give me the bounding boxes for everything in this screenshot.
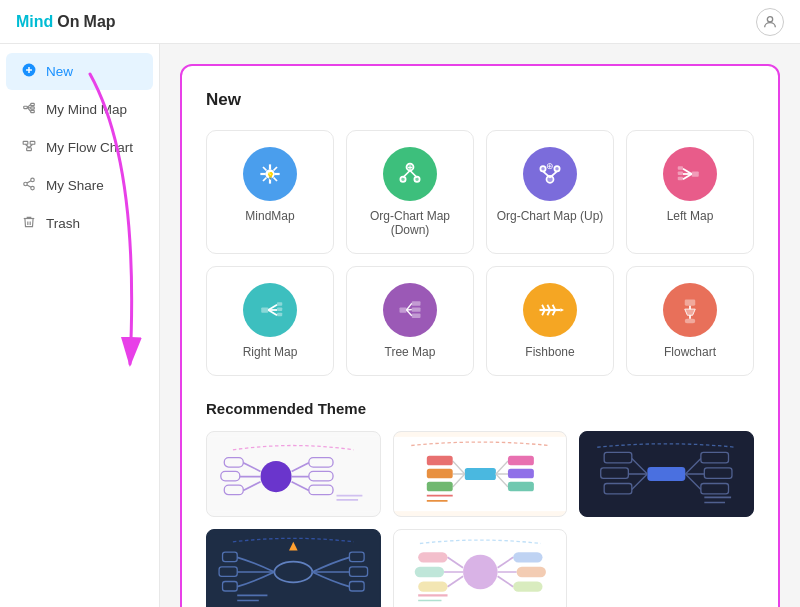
- logo: MindOnMap: [16, 13, 116, 31]
- new-icon: [22, 63, 36, 80]
- logo-mind: Mind: [16, 13, 53, 31]
- svg-rect-45: [692, 171, 699, 176]
- theme-item-2[interactable]: [393, 431, 568, 517]
- svg-line-20: [27, 181, 31, 183]
- svg-point-80: [261, 461, 292, 492]
- svg-rect-13: [27, 148, 32, 151]
- sidebar-item-new[interactable]: New: [6, 53, 153, 90]
- svg-point-36: [400, 177, 405, 182]
- svg-point-0: [767, 16, 772, 21]
- avatar[interactable]: [756, 8, 784, 36]
- sidebar-item-trash-label: Trash: [46, 216, 80, 231]
- org-chart-down-icon: +: [383, 147, 437, 201]
- template-left-map[interactable]: Left Map: [626, 130, 754, 254]
- mindmap-label: MindMap: [245, 209, 294, 223]
- theme-item-3[interactable]: [579, 431, 754, 517]
- svg-rect-58: [277, 313, 282, 317]
- svg-rect-62: [412, 314, 421, 318]
- template-tree-map[interactable]: Tree Map: [346, 266, 474, 376]
- svg-rect-106: [508, 469, 534, 478]
- flow-chart-icon: [22, 139, 36, 156]
- svg-rect-104: [508, 456, 534, 465]
- mind-map-icon: [22, 101, 36, 118]
- svg-point-16: [31, 178, 35, 182]
- sidebar-item-my-flow-chart-label: My Flow Chart: [46, 140, 133, 155]
- svg-rect-12: [30, 141, 35, 144]
- fishbone-icon: [523, 283, 577, 337]
- svg-rect-96: [464, 468, 495, 480]
- svg-rect-61: [412, 307, 421, 311]
- flowchart-icon: [663, 283, 717, 337]
- svg-line-29: [274, 167, 278, 171]
- svg-rect-102: [426, 482, 452, 491]
- svg-rect-50: [678, 171, 683, 175]
- svg-rect-74: [685, 300, 696, 306]
- main-layout: New My Mind Map My Flow Chart My Share T…: [0, 44, 800, 607]
- template-org-chart-up[interactable]: ⊕ Org-Chart Map (Up): [486, 130, 614, 254]
- svg-rect-4: [24, 106, 28, 108]
- theme-item-5[interactable]: [393, 529, 568, 607]
- svg-rect-49: [678, 166, 683, 170]
- trash-icon: [22, 215, 36, 232]
- svg-point-39: [540, 166, 545, 171]
- svg-rect-78: [685, 319, 696, 323]
- template-grid: 💡 MindMap +: [206, 130, 754, 376]
- sidebar-item-my-share-label: My Share: [46, 178, 104, 193]
- svg-point-40: [554, 166, 559, 171]
- left-map-label: Left Map: [667, 209, 714, 223]
- svg-rect-11: [23, 141, 28, 144]
- theme-grid: [206, 431, 754, 607]
- svg-rect-141: [418, 552, 447, 562]
- svg-text:+: +: [407, 163, 412, 173]
- svg-point-18: [31, 186, 35, 190]
- svg-rect-108: [508, 482, 534, 491]
- logo-map: Map: [84, 13, 116, 31]
- svg-line-27: [263, 167, 267, 171]
- svg-rect-147: [513, 552, 542, 562]
- mindmap-icon: 💡: [243, 147, 297, 201]
- svg-point-17: [24, 182, 28, 186]
- header: MindOnMap: [0, 0, 800, 44]
- svg-rect-151: [513, 581, 542, 591]
- new-section-card: New: [180, 64, 780, 607]
- theme-item-1[interactable]: [206, 431, 381, 517]
- template-org-chart-down[interactable]: + Org-Chart Map (Down): [346, 130, 474, 254]
- share-icon: [22, 177, 36, 194]
- template-fishbone[interactable]: Fishbone: [486, 266, 614, 376]
- svg-rect-51: [678, 177, 683, 181]
- fishbone-label: Fishbone: [525, 345, 574, 359]
- template-flowchart[interactable]: Flowchart: [626, 266, 754, 376]
- svg-rect-52: [261, 307, 268, 312]
- flowchart-label: Flowchart: [664, 345, 716, 359]
- sidebar-item-my-share[interactable]: My Share: [6, 167, 153, 204]
- svg-rect-112: [648, 467, 686, 481]
- template-right-map[interactable]: Right Map: [206, 266, 334, 376]
- svg-marker-76: [685, 309, 696, 315]
- svg-text:💡: 💡: [266, 171, 275, 180]
- sidebar-item-my-flow-chart[interactable]: My Flow Chart: [6, 129, 153, 166]
- new-section-title: New: [206, 90, 754, 110]
- sidebar: New My Mind Map My Flow Chart My Share T…: [0, 44, 160, 607]
- template-mindmap[interactable]: 💡 MindMap: [206, 130, 334, 254]
- svg-rect-6: [31, 107, 35, 109]
- svg-rect-98: [426, 456, 452, 465]
- svg-rect-100: [426, 469, 452, 478]
- org-chart-up-label: Org-Chart Map (Up): [497, 209, 604, 223]
- org-chart-down-label: Org-Chart Map (Down): [355, 209, 465, 237]
- svg-rect-59: [400, 307, 407, 312]
- sidebar-item-new-label: New: [46, 64, 73, 79]
- svg-point-139: [463, 555, 498, 590]
- tree-map-label: Tree Map: [385, 345, 436, 359]
- right-map-label: Right Map: [243, 345, 298, 359]
- svg-rect-143: [414, 567, 443, 577]
- sidebar-item-my-mind-map-label: My Mind Map: [46, 102, 127, 117]
- theme-item-4[interactable]: [206, 529, 381, 607]
- svg-line-65: [407, 310, 412, 316]
- svg-point-43: [547, 176, 554, 183]
- tree-map-icon: [383, 283, 437, 337]
- svg-line-19: [27, 185, 31, 187]
- sidebar-item-trash[interactable]: Trash: [6, 205, 153, 242]
- logo-on: On: [57, 13, 79, 31]
- sidebar-item-my-mind-map[interactable]: My Mind Map: [6, 91, 153, 128]
- recommended-title: Recommended Theme: [206, 400, 754, 417]
